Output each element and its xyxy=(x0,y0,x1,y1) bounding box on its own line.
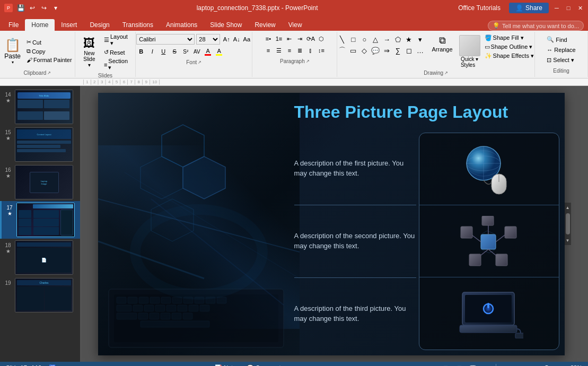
tab-home[interactable]: Home xyxy=(25,19,55,31)
shadow-button[interactable]: S² xyxy=(181,47,190,56)
shape-effects-button[interactable]: ✨ Shape Effects ▾ xyxy=(484,52,535,60)
paragraph-expand-icon[interactable]: ↗ xyxy=(306,59,310,64)
text-direction-button[interactable]: ⟳A xyxy=(306,34,315,43)
font-family-select[interactable]: Calibri xyxy=(136,34,195,45)
shape-curve[interactable]: ⌒ xyxy=(337,45,347,56)
slide-thumb-16[interactable]: 16 ★ LaptopImage xyxy=(0,163,80,201)
quick-styles-button[interactable]: Quick ▾Styles xyxy=(457,34,482,69)
tab-review[interactable]: Review xyxy=(248,19,282,31)
shape-rect[interactable]: □ xyxy=(348,34,358,45)
shape-diamond[interactable]: ◇ xyxy=(359,45,370,56)
replace-button[interactable]: ↔ Replace xyxy=(545,46,577,54)
drawing-expand-icon[interactable]: ↗ xyxy=(444,71,448,75)
bullets-button[interactable]: ≡• xyxy=(264,34,273,43)
decrease-font-button[interactable]: A↓ xyxy=(232,34,241,44)
reset-button[interactable]: ↺ Reset xyxy=(102,48,133,56)
layout-button[interactable]: ☰ Layout ▾ xyxy=(102,33,133,47)
shape-star[interactable]: ★ xyxy=(403,34,414,45)
align-right-button[interactable]: ≡ xyxy=(285,46,294,55)
tell-me-input[interactable]: 💡 Tell me what you want to do... xyxy=(488,21,584,31)
minimize-button[interactable]: ─ xyxy=(553,4,560,12)
customize-button[interactable]: ▾ xyxy=(51,3,60,13)
arrange-button[interactable]: ⧉ Arrange xyxy=(428,34,455,54)
comments-button[interactable]: 💬 Comments xyxy=(245,364,285,367)
shape-triangle[interactable]: △ xyxy=(370,34,381,45)
slide-sorter-button[interactable]: ⊠ xyxy=(454,364,464,366)
shape-more2[interactable]: … xyxy=(415,45,425,56)
shape-circle[interactable]: ○ xyxy=(359,34,370,45)
shape-more[interactable]: ▾ xyxy=(415,34,425,45)
tab-view[interactable]: View xyxy=(282,19,309,31)
slide-thumb-18[interactable]: 18 ★ 📄 xyxy=(0,239,80,276)
normal-view-button[interactable]: ⊞ xyxy=(441,364,450,366)
slideshow-button[interactable]: ▶ xyxy=(482,364,492,366)
cut-button[interactable]: ✂ Cut xyxy=(25,38,74,46)
slide-thumb-14[interactable]: 14 ★ Title Slide xyxy=(0,88,80,126)
redo-button[interactable]: ↪ xyxy=(39,3,49,13)
justify-button[interactable]: ≣ xyxy=(295,46,305,55)
scroll-thumb[interactable] xyxy=(566,213,570,234)
shape-equation[interactable]: ∑ xyxy=(392,45,403,56)
tab-file[interactable]: File xyxy=(2,19,25,31)
shape-block-arrow[interactable]: ⇒ xyxy=(381,45,392,56)
strikethrough-button[interactable]: S xyxy=(170,47,179,56)
notes-button[interactable]: 📝 Notes xyxy=(213,364,241,367)
section-button[interactable]: ≡ Section ▾ xyxy=(102,57,133,72)
font-size-select[interactable]: 28 xyxy=(196,34,220,45)
office-tutorials-button[interactable]: Office Tutorials xyxy=(454,3,505,13)
shape-arrow[interactable]: → xyxy=(381,34,392,45)
scroll-down-button[interactable]: ▼ xyxy=(565,237,571,244)
tab-transitions[interactable]: Transitions xyxy=(116,19,160,31)
bold-button[interactable]: B xyxy=(136,47,146,56)
tab-design[interactable]: Design xyxy=(83,19,116,31)
shape-outline-button[interactable]: ▭ Shape Outline ▾ xyxy=(484,43,535,51)
shape-rounded-rect[interactable]: ▭ xyxy=(348,45,358,56)
slide-thumb-17[interactable]: 17 ★ xyxy=(0,201,80,239)
shape-flowchart[interactable]: ◻ xyxy=(403,45,414,56)
numbering-button[interactable]: 1≡ xyxy=(274,34,284,43)
text-highlight-button[interactable]: A xyxy=(214,47,224,56)
slide-preview-inner-15: Content Layout xyxy=(15,128,73,161)
columns-button[interactable]: ⫿ xyxy=(306,46,315,55)
scroll-up-button[interactable]: ▲ xyxy=(565,204,571,211)
shape-line[interactable]: ╲ xyxy=(337,34,347,45)
select-button[interactable]: ⊡ Select ▾ xyxy=(545,56,577,65)
content-scrollbar[interactable]: ▲ ▼ xyxy=(565,203,571,245)
underline-button[interactable]: U xyxy=(159,47,168,56)
copy-button[interactable]: ⧉ Copy xyxy=(25,47,74,55)
save-button[interactable]: 💾 xyxy=(16,3,25,13)
restore-button[interactable]: □ xyxy=(565,4,572,12)
undo-button[interactable]: ↩ xyxy=(28,3,37,13)
clear-formatting-button[interactable]: Aa xyxy=(242,34,251,44)
font-color-button[interactable]: A xyxy=(203,47,213,56)
slide-preview-19: Charles xyxy=(15,278,73,312)
align-left-button[interactable]: ≡ xyxy=(264,46,273,55)
tab-insert[interactable]: Insert xyxy=(55,19,83,31)
tab-animations[interactable]: Animations xyxy=(160,19,204,31)
italic-button[interactable]: I xyxy=(147,47,157,56)
line-spacing-button[interactable]: ↕≡ xyxy=(317,46,326,55)
shape-fill-button[interactable]: 🪣 Shape Fill ▾ xyxy=(484,34,535,42)
increase-indent-button[interactable]: ⇥ xyxy=(295,34,305,43)
accessibility-button[interactable]: ♿ xyxy=(47,364,58,367)
close-button[interactable]: ✕ xyxy=(576,4,584,12)
slide-thumb-15[interactable]: 15 ★ Content Layout xyxy=(0,126,80,163)
clipboard-expand-icon[interactable]: ↗ xyxy=(47,71,51,75)
shape-callout[interactable]: 💬 xyxy=(370,45,381,56)
convert-smartart-button[interactable]: ⬡ xyxy=(317,34,326,43)
new-slide-button[interactable]: 🖼 NewSlide ▾ xyxy=(77,34,101,70)
char-spacing-button[interactable]: AV xyxy=(192,47,201,56)
slide-thumb-19[interactable]: 19 ★ Charles xyxy=(0,276,80,314)
find-button[interactable]: 🔍 Find xyxy=(545,35,577,44)
format-painter-button[interactable]: 🖌 Format Painter xyxy=(25,56,74,64)
reading-view-button[interactable]: 📖 xyxy=(468,364,478,366)
share-button[interactable]: 👤 Share xyxy=(509,3,549,13)
paste-button[interactable]: 📋 Paste ▾ xyxy=(1,37,24,66)
shape-pentagon[interactable]: ⬠ xyxy=(392,34,403,45)
tab-slideshow[interactable]: Slide Show xyxy=(204,19,248,31)
font-expand-icon[interactable]: ↗ xyxy=(198,60,201,65)
slide-canvas[interactable]: Three Picture Page Layout A description … xyxy=(98,93,565,355)
decrease-indent-button[interactable]: ⇤ xyxy=(285,34,294,43)
increase-font-button[interactable]: A↑ xyxy=(222,34,231,44)
align-center-button[interactable]: ☰ xyxy=(274,46,284,55)
